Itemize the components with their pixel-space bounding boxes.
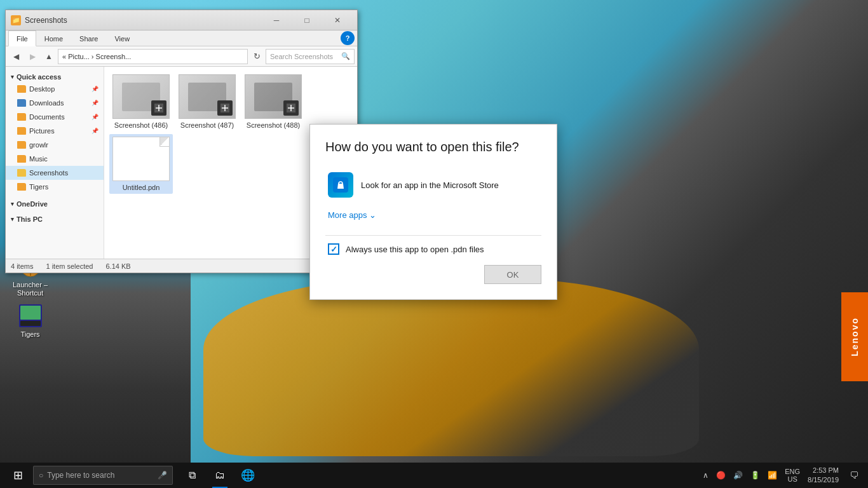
file-label-488: Screenshot (488) <box>247 121 300 129</box>
divider <box>325 235 541 236</box>
forward-button[interactable]: ▶ <box>25 49 40 64</box>
sidebar-item-downloads[interactable]: Downloads 📌 <box>6 96 104 110</box>
title-bar-title: Screenshots <box>25 16 262 25</box>
network-wifi-icon[interactable]: 📶 <box>764 463 781 488</box>
lenovo-banner: Lenovo <box>841 292 868 381</box>
desktop-icon-tigers[interactable]: Tigers <box>6 304 54 339</box>
thumb-488 <box>245 74 302 119</box>
start-button[interactable]: ⊞ <box>3 463 33 488</box>
speaker-icon[interactable]: 🔊 <box>729 463 747 488</box>
thumb-pdn <box>112 137 170 181</box>
screenshots-folder-icon <box>17 169 26 177</box>
maximize-button[interactable]: □ <box>292 11 322 29</box>
title-bar-icon: 📁 <box>11 15 21 25</box>
desktop-folder-icon <box>17 85 26 93</box>
title-bar-controls: ─ □ ✕ <box>262 11 352 29</box>
tab-view[interactable]: View <box>106 30 138 46</box>
back-button[interactable]: ◀ <box>8 49 24 64</box>
taskbar-system-tray: ∧ 🔴 🔊 🔋 📶 ENG US 2:53 PM 8/15/2019 🗨 <box>699 463 865 488</box>
item-count: 4 items <box>11 262 33 270</box>
task-view-icon: ⧉ <box>189 470 196 481</box>
sidebar-item-music[interactable]: Music <box>6 152 104 166</box>
help-button[interactable]: ? <box>341 31 355 45</box>
tab-home[interactable]: Home <box>36 30 71 46</box>
refresh-button[interactable]: ↻ <box>249 49 264 64</box>
close-button[interactable]: ✕ <box>323 11 352 29</box>
launcher-label: Launcher –Shortcut <box>13 281 48 297</box>
clock-date: 8/15/2019 <box>808 475 839 485</box>
ms-store-label: Look for an app in the Microsoft Store <box>361 180 499 190</box>
tigers-icon <box>18 304 43 328</box>
address-path[interactable]: « Pictu... › Screensh... <box>58 49 248 64</box>
sidebar-section-onedrive: OneDrive <box>6 196 104 209</box>
pictures-folder-icon <box>17 127 26 135</box>
sidebar: Quick access Desktop 📌 Downloads 📌 Docum… <box>6 67 104 259</box>
ms-store-option[interactable]: Look for an app in the Microsoft Store <box>325 167 541 203</box>
ribbon: File Home Share View ? <box>6 30 357 46</box>
car-decoration <box>203 278 699 456</box>
up-button[interactable]: ▲ <box>41 49 57 64</box>
always-use-checkbox-row: ✓ Always use this app to open .pdn files <box>328 243 539 255</box>
documents-folder-icon <box>17 113 26 121</box>
taskbar: ⊞ ○ Type here to search 🎤 ⧉ 🗂 🌐 ∧ 🔴 🔊 🔋 … <box>0 463 868 488</box>
dialog-title: How do you want to open this file? <box>325 140 541 154</box>
growlr-folder-icon <box>17 141 26 149</box>
taskbar-search-text: Type here to search <box>47 471 154 480</box>
downloads-folder-icon <box>17 99 26 107</box>
pin-icon-downloads: 📌 <box>92 100 98 106</box>
chrome-icon: 🌐 <box>241 468 255 482</box>
battery-icon[interactable]: 🔋 <box>747 463 764 488</box>
title-bar: 📁 Screenshots ─ □ ✕ <box>6 10 357 30</box>
sidebar-item-screenshots[interactable]: Screenshots <box>6 166 104 180</box>
always-use-checkbox[interactable]: ✓ <box>328 243 339 255</box>
network-icon[interactable]: 🔴 <box>712 463 729 488</box>
notification-button[interactable]: 🗨 <box>843 463 865 488</box>
tab-share[interactable]: Share <box>71 30 106 46</box>
language-code: ENG <box>785 468 800 475</box>
file-type-icon-487 <box>217 100 233 116</box>
address-breadcrumb: « Pictu... › Screensh... <box>62 53 131 60</box>
sidebar-item-tigers[interactable]: Tigers <box>6 180 104 194</box>
tab-file[interactable]: File <box>8 30 36 46</box>
file-untitled-pdn[interactable]: Untitled.pdn <box>109 134 173 194</box>
always-use-label: Always use this app to open .pdn files <box>346 245 484 254</box>
explorer-body: Quick access Desktop 📌 Downloads 📌 Docum… <box>6 67 357 259</box>
system-tray-overflow[interactable]: ∧ <box>699 463 712 488</box>
file-explorer-taskbar-icon: 🗂 <box>215 470 225 481</box>
sidebar-section-quick-access: Quick access <box>6 69 104 82</box>
ok-button[interactable]: OK <box>484 265 541 284</box>
sidebar-section-thispc: This PC <box>6 212 104 224</box>
open-with-dialog: How do you want to open this file? Look … <box>309 124 557 300</box>
file-screenshot-487[interactable]: Screenshot (487) <box>175 72 239 132</box>
clock[interactable]: 2:53 PM 8/15/2019 <box>804 463 843 488</box>
taskbar-task-view[interactable]: ⧉ <box>178 463 206 488</box>
file-type-icon <box>151 100 166 116</box>
file-size: 6.14 KB <box>105 262 130 270</box>
thumb-486 <box>112 74 170 119</box>
sidebar-item-documents[interactable]: Documents 📌 <box>6 110 104 124</box>
taskbar-file-explorer[interactable]: 🗂 <box>206 463 234 488</box>
checkbox-check-icon: ✓ <box>330 245 337 254</box>
more-apps-link[interactable]: More apps ⌄ <box>328 208 539 222</box>
taskbar-chrome[interactable]: 🌐 <box>234 463 262 488</box>
file-label-pdn: Untitled.pdn <box>123 184 160 191</box>
lenovo-label: Lenovo <box>850 317 860 356</box>
taskbar-search[interactable]: ○ Type here to search 🎤 <box>33 466 173 485</box>
sidebar-item-desktop[interactable]: Desktop 📌 <box>6 82 104 96</box>
sidebar-item-growlr[interactable]: growlr <box>6 138 104 152</box>
clock-time: 2:53 PM <box>813 466 839 475</box>
minimize-button[interactable]: ─ <box>262 11 291 29</box>
search-box[interactable]: Search Screenshots 🔍 <box>266 49 355 64</box>
dialog-footer: OK <box>325 265 541 284</box>
notification-icon: 🗨 <box>850 470 858 480</box>
file-screenshot-488[interactable]: Screenshot (488) <box>241 72 305 132</box>
file-type-icon-488 <box>283 100 299 116</box>
file-screenshot-486[interactable]: Screenshot (486) <box>109 72 173 132</box>
language-indicator[interactable]: ENG US <box>781 463 804 488</box>
tigers-label: Tigers <box>20 330 39 339</box>
taskbar-pinned-apps: ⧉ 🗂 🌐 <box>178 463 262 488</box>
svg-rect-5 <box>20 306 41 320</box>
svg-rect-6 <box>20 321 41 326</box>
windows-icon: ⊞ <box>13 468 23 482</box>
sidebar-item-pictures[interactable]: Pictures 📌 <box>6 124 104 138</box>
